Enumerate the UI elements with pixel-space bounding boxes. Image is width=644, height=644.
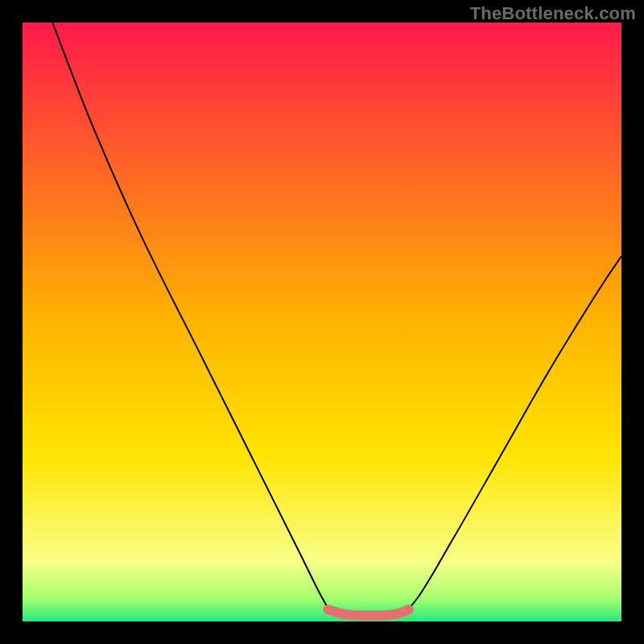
plot-background	[23, 23, 621, 621]
chart-frame: { "watermark": "TheBottleneck.com", "cha…	[0, 0, 644, 644]
watermark: TheBottleneck.com	[470, 3, 636, 24]
chart-svg	[0, 0, 644, 644]
